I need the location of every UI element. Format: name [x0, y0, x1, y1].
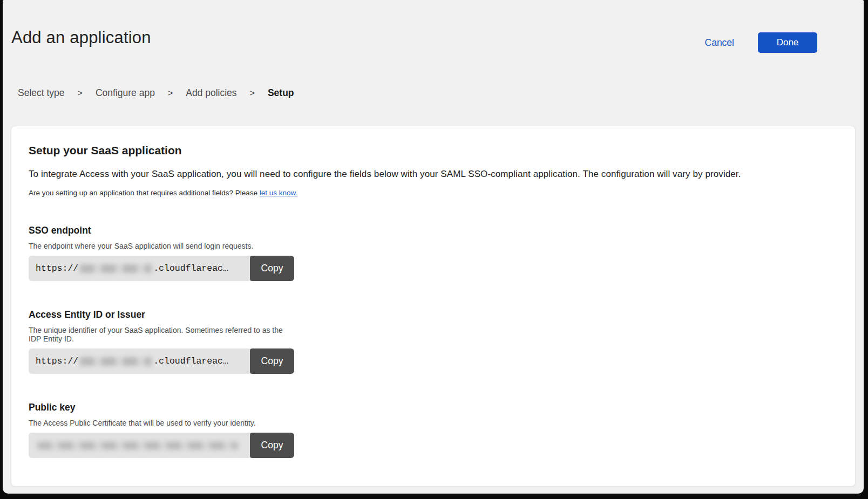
breadcrumb-step-configure-app[interactable]: Configure app [96, 87, 155, 99]
sso-endpoint-label: SSO endpoint [29, 225, 294, 236]
breadcrumb-step-setup: Setup [268, 87, 294, 99]
public-key-control: Copy [29, 433, 294, 458]
entity-id-control: https:// .cloudflareac… Copy [29, 348, 294, 374]
sso-endpoint-copy-button[interactable]: Copy [250, 256, 294, 281]
entity-id-label: Access Entity ID or Issuer [29, 309, 294, 320]
url-suffix: .cloudflareac… [153, 356, 228, 366]
breadcrumb-separator: > [168, 88, 173, 98]
sso-endpoint-description: The endpoint where your SaaS application… [29, 242, 294, 250]
let-us-know-link[interactable]: let us know. [260, 189, 298, 197]
entity-id-copy-button[interactable]: Copy [250, 348, 294, 374]
page-header: Add an application Cancel Done [3, 0, 864, 47]
breadcrumb-separator: > [78, 88, 83, 98]
public-key-description: The Access Public Certificate that will … [29, 419, 294, 427]
redacted-url-segment [80, 357, 152, 366]
breadcrumb-separator: > [250, 88, 255, 98]
public-key-copy-button[interactable]: Copy [250, 433, 294, 458]
public-key-field: Public key The Access Public Certificate… [29, 402, 294, 458]
breadcrumb-step-select-type[interactable]: Select type [18, 87, 65, 99]
card-note: Are you setting up an application that r… [29, 189, 838, 197]
sso-endpoint-control: https:// .cloudflareac… Copy [29, 256, 294, 281]
redacted-url-segment [80, 264, 152, 273]
header-actions: Cancel Done [705, 32, 817, 53]
app-window: Add an application Cancel Done Select ty… [3, 0, 864, 494]
url-prefix: https:// [36, 356, 78, 366]
entity-id-field: Access Entity ID or Issuer The unique id… [29, 309, 294, 374]
public-key-value [29, 433, 250, 458]
public-key-label: Public key [29, 402, 294, 413]
url-suffix: .cloudflareac… [153, 263, 228, 274]
setup-card: Setup your SaaS application To integrate… [11, 126, 856, 487]
cancel-button[interactable]: Cancel [705, 37, 734, 49]
card-title: Setup your SaaS application [29, 144, 838, 157]
done-button[interactable]: Done [758, 32, 817, 53]
redacted-key-segment [37, 442, 238, 449]
breadcrumb: Select type > Configure app > Add polici… [18, 87, 864, 99]
sso-endpoint-value: https:// .cloudflareac… [29, 256, 250, 281]
card-intro-text: To integrate Access with your SaaS appli… [29, 169, 838, 180]
entity-id-description: The unique identifier of your SaaS appli… [29, 326, 294, 343]
sso-endpoint-field: SSO endpoint The endpoint where your Saa… [29, 225, 294, 281]
entity-id-value: https:// .cloudflareac… [29, 348, 250, 374]
url-prefix: https:// [36, 263, 78, 274]
breadcrumb-step-add-policies[interactable]: Add policies [186, 87, 236, 99]
card-note-text: Are you setting up an application that r… [29, 189, 260, 197]
